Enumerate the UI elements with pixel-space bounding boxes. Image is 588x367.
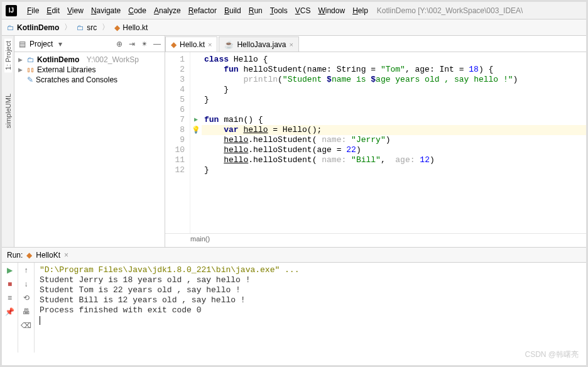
tool-tab-project[interactable]: 1: Project <box>4 38 12 72</box>
editor: ◆Hello.kt×☕HelloJava.java× 1234567891011… <box>165 36 586 247</box>
tab-HelloJava-java[interactable]: ☕HelloJava.java× <box>219 36 298 52</box>
tab-Hello-kt[interactable]: ◆Hello.kt× <box>165 36 217 52</box>
tree-external-libs[interactable]: ▶⫾⫾ External Libraries <box>14 65 165 75</box>
app-logo-icon: IJ <box>6 5 17 16</box>
menu-file[interactable]: File <box>23 6 43 15</box>
menu-help[interactable]: Help <box>349 6 372 15</box>
line-numbers: 123456789101112 <box>165 52 190 233</box>
folder-icon: 🗀 <box>27 55 35 64</box>
crumb-file[interactable]: ◆ Hello.kt <box>114 23 148 32</box>
menu-window[interactable]: Window <box>314 6 349 15</box>
select-opened-icon[interactable]: ⊕ <box>114 39 124 49</box>
editor-breadcrumb[interactable]: main() <box>165 233 586 247</box>
crumb-src[interactable]: 🗀 src <box>77 23 97 32</box>
menu-navigate[interactable]: Navigate <box>87 6 124 15</box>
code-body[interactable]: class Hello { fun helloStudent(name: Str… <box>202 52 586 233</box>
run-toolbar-left: ▶ ■ ≡ 📌 <box>2 263 18 353</box>
pin-icon[interactable]: 📌 <box>5 307 15 317</box>
hide-icon[interactable]: — <box>152 39 162 49</box>
breadcrumb: 🗀 KotlinDemo 〉 🗀 src 〉 ◆ Hello.kt <box>2 19 586 36</box>
dropdown-icon[interactable]: ▾ <box>55 39 65 49</box>
project-tree[interactable]: ▶🗀 KotlinDemo Y:\002_WorkSp ▶⫾⫾ External… <box>14 52 165 87</box>
run-panel: Run: ◆ HelloKt × ▶ ■ ≡ 📌 ↑ ↓ ⟲ 🖶 ⌫ "D:\P… <box>2 247 586 353</box>
code-area[interactable]: 123456789101112 ▶💡 class Hello { fun hel… <box>165 52 586 233</box>
kotlin-file-icon: ◆ <box>171 40 177 49</box>
crumb-project[interactable]: 🗀 KotlinDemo <box>7 23 59 32</box>
kotlin-file-icon: ◆ <box>114 23 120 32</box>
project-sidebar: ▤ Project ▾ ⊕ ⇥ ✴ — ▶🗀 KotlinDemo Y:\002… <box>14 36 165 247</box>
watermark: CSDN @韩曙亮 <box>525 349 579 360</box>
gutter-marks: ▶💡 <box>190 52 202 233</box>
chevron-right-icon: 〉 <box>99 22 112 33</box>
window-title-path: KotlinDemo [Y:\002_WorkSpace\003_IDEA\ <box>377 6 523 15</box>
stop-icon[interactable]: ■ <box>5 279 15 289</box>
menu-edit[interactable]: Edit <box>43 6 63 15</box>
layout-icon[interactable]: ≡ <box>5 293 15 303</box>
run-config-name[interactable]: HelloKt <box>36 251 60 260</box>
folder-icon: 🗀 <box>77 23 84 32</box>
run-toolbar-right: ↑ ↓ ⟲ 🖶 ⌫ <box>18 263 35 353</box>
left-tool-strip: 1: Project simpleUML <box>2 36 14 247</box>
menu-view[interactable]: View <box>63 6 87 15</box>
library-icon: ⫾⫾ <box>27 65 35 74</box>
close-icon[interactable]: × <box>290 41 293 48</box>
gear-icon[interactable]: ✴ <box>139 39 150 49</box>
project-view-icon[interactable]: ▤ <box>17 39 27 49</box>
rerun-icon[interactable]: ▶ <box>5 265 15 275</box>
menu-bar: IJ FileEditViewNavigateCodeAnalyzeRefact… <box>2 2 586 19</box>
bulb-icon[interactable]: 💡 <box>192 125 200 135</box>
menu-vcs[interactable]: VCS <box>291 6 315 15</box>
collapse-icon[interactable]: ⇥ <box>127 39 137 49</box>
menu-refactor[interactable]: Refactor <box>185 6 220 15</box>
editor-tabs: ◆Hello.kt×☕HelloJava.java× <box>165 36 586 52</box>
run-header: Run: ◆ HelloKt × <box>2 248 586 263</box>
console-output[interactable]: "D:\Program Files\Java\jdk1.8.0_221\bin\… <box>35 263 586 353</box>
up-icon[interactable]: ↑ <box>21 265 31 275</box>
menu-analyze[interactable]: Analyze <box>150 6 185 15</box>
folder-icon: 🗀 <box>7 23 14 32</box>
run-gutter-icon[interactable]: ▶ <box>194 115 198 125</box>
java-file-icon: ☕ <box>224 40 234 49</box>
clear-icon[interactable]: ⌫ <box>21 320 31 331</box>
close-icon[interactable]: × <box>64 251 68 260</box>
sidebar-title: Project <box>30 40 53 48</box>
tree-root[interactable]: ▶🗀 KotlinDemo Y:\002_WorkSp <box>14 55 165 65</box>
menu-run[interactable]: Run <box>245 6 266 15</box>
run-label: Run: <box>7 251 23 260</box>
menu-code[interactable]: Code <box>124 6 150 15</box>
menu-build[interactable]: Build <box>220 6 245 15</box>
close-icon[interactable]: × <box>208 41 212 48</box>
sidebar-header: ▤ Project ▾ ⊕ ⇥ ✴ — <box>14 36 165 52</box>
tree-scratches[interactable]: ✎ Scratches and Consoles <box>14 75 165 85</box>
menu-tools[interactable]: Tools <box>266 6 291 15</box>
tool-tab-simpleuml[interactable]: simpleUML <box>4 91 12 131</box>
main-area: 1: Project simpleUML ▤ Project ▾ ⊕ ⇥ ✴ —… <box>2 36 586 247</box>
kotlin-run-icon: ◆ <box>26 251 32 260</box>
chevron-right-icon: 〉 <box>62 22 74 33</box>
down-icon[interactable]: ↓ <box>21 279 31 289</box>
wrap-icon[interactable]: ⟲ <box>21 293 31 303</box>
print-icon[interactable]: 🖶 <box>21 307 31 317</box>
scratch-icon: ✎ <box>27 75 33 84</box>
